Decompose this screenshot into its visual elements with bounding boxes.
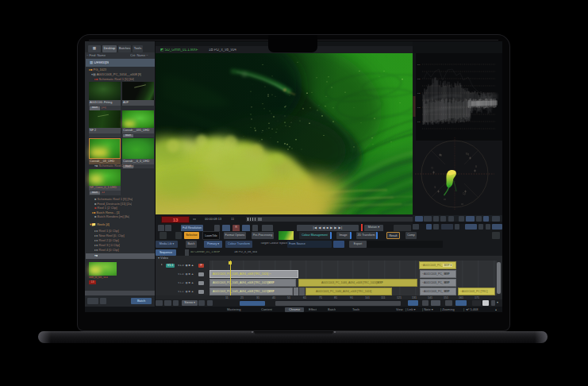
svg-text:Yl: Yl [431, 167, 433, 170]
svg-text:Mg: Mg [466, 152, 469, 156]
svg-text:R: R [440, 154, 443, 157]
svg-text:0.9: 0.9 [417, 64, 421, 66]
svg-text:0.1: 0.1 [417, 121, 421, 123]
svg-text:0.7: 0.7 [417, 78, 421, 80]
svg-text:0.5: 0.5 [417, 92, 421, 95]
svg-text:Cy: Cy [463, 192, 466, 195]
svg-text:B: B [475, 165, 477, 168]
svg-text:G: G [434, 186, 436, 189]
svg-text:0.3: 0.3 [417, 106, 421, 109]
